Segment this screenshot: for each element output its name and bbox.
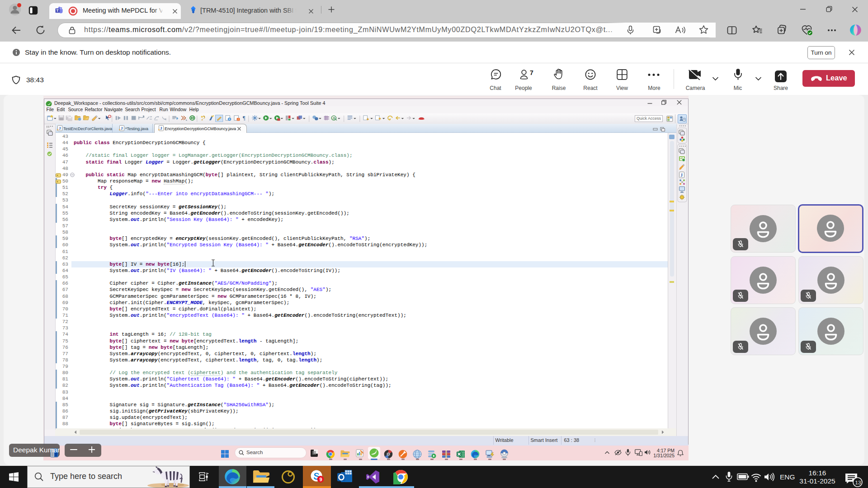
svg-text:J: J — [680, 173, 683, 178]
svg-text:J: J — [160, 126, 162, 131]
svg-text:J: J — [59, 126, 61, 131]
svg-text:J: J — [237, 118, 239, 122]
svg-text:9: 9 — [320, 477, 322, 482]
svg-text:J: J — [121, 126, 123, 131]
svg-text:G: G — [333, 116, 335, 120]
svg-text:¶: ¶ — [243, 115, 245, 121]
svg-text:13: 13 — [855, 480, 861, 485]
